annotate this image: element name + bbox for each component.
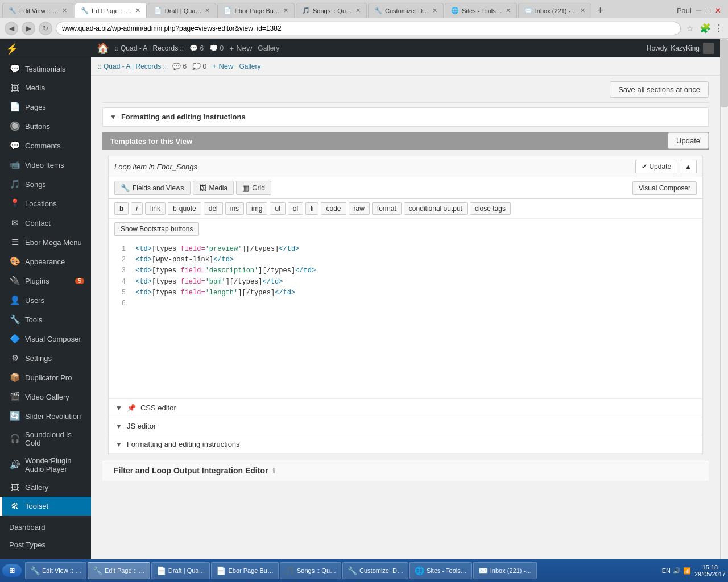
- extensions-icon[interactable]: 🧩: [700, 23, 711, 34]
- filter-info-icon[interactable]: ℹ: [272, 467, 275, 475]
- browser-tab-1[interactable]: 🔧 Edit Page :: … ✕: [75, 3, 147, 18]
- tab-fields-and-views[interactable]: 🔧 Fields and Views: [114, 181, 191, 195]
- formatting-bottom-row[interactable]: ▼ Formatting and editing instructions: [109, 435, 702, 454]
- css-editor-row[interactable]: ▼ 📌 CSS editor: [109, 399, 702, 417]
- sidebar-item-testimonials[interactable]: 💬 Testimonials: [0, 59, 91, 78]
- taskbar-item-6[interactable]: 🌐 Sites - Tools…: [410, 562, 472, 579]
- browser-tab-5[interactable]: 🔧 Customize: D… ✕: [368, 3, 444, 18]
- sidebar-item-tools[interactable]: 🔧 Tools: [0, 310, 91, 329]
- tab-close-3[interactable]: ✕: [283, 7, 288, 14]
- browser-tab-0[interactable]: 🔧 Edit View :: … ✕: [2, 3, 73, 18]
- scroll-thumb[interactable]: [721, 39, 728, 107]
- sidebar-item-duplicator-pro[interactable]: 📦 Duplicator Pro: [0, 368, 91, 387]
- sidebar-item-ebor-mega-menu[interactable]: ☰ Ebor Mega Menu: [0, 232, 91, 252]
- sidebar-item-video-items[interactable]: 📹 Video Items: [0, 155, 91, 174]
- sidebar-item-appearance[interactable]: 🎨 Appearance: [0, 252, 91, 271]
- sidebar-item-visual-composer[interactable]: 🔷 Visual Composer: [0, 329, 91, 348]
- browser-tab-4[interactable]: 🎵 Songs :: Qu… ✕: [296, 3, 367, 18]
- wp-home-icon[interactable]: 🏠: [97, 42, 109, 55]
- close-btn[interactable]: ✕: [715, 6, 721, 15]
- save-all-button[interactable]: Save all sections at once: [610, 81, 709, 98]
- gallery-toolbar-btn[interactable]: Gallery: [258, 44, 279, 52]
- refresh-button[interactable]: ↻: [39, 22, 52, 35]
- tab-media[interactable]: 🖼 Media: [193, 181, 234, 195]
- start-button[interactable]: ⊞: [2, 564, 22, 577]
- sidebar-item-settings[interactable]: ⚙ Settings: [0, 348, 91, 368]
- sidebar-item-video-gallery[interactable]: 🎬 Video Gallery: [0, 387, 91, 406]
- fmt-img-btn[interactable]: img: [246, 202, 267, 215]
- js-editor-row[interactable]: ▼ JS editor: [109, 417, 702, 435]
- fmt-ul-btn[interactable]: ul: [270, 202, 285, 215]
- fmt-bold-btn[interactable]: b: [114, 202, 129, 215]
- gallery-secondary-btn[interactable]: Gallery: [239, 63, 260, 70]
- formatting-header-top[interactable]: ▼ Formatting and editing instructions: [103, 108, 708, 126]
- menu-icon[interactable]: ⋮: [714, 23, 723, 34]
- sidebar-item-users[interactable]: 👤 Users: [0, 290, 91, 310]
- tab-close-5[interactable]: ✕: [432, 7, 437, 14]
- fmt-code-btn[interactable]: code: [321, 202, 346, 215]
- fmt-close-tags-btn[interactable]: close tags: [470, 202, 511, 215]
- sidebar-item-wonderplugin[interactable]: 🔊 WonderPlugin Audio Player: [0, 452, 91, 478]
- fmt-italic-btn[interactable]: i: [131, 202, 143, 215]
- tab-close-6[interactable]: ✕: [506, 7, 511, 14]
- tab-close-7[interactable]: ✕: [580, 7, 585, 14]
- new-secondary-btn[interactable]: + New: [212, 62, 233, 70]
- sidebar-item-post-types[interactable]: Post Types: [0, 536, 91, 554]
- taskbar-item-5[interactable]: 🔧 Customize: D…: [342, 562, 408, 579]
- taskbar-item-0[interactable]: 🔧 Edit View :: …: [25, 562, 86, 579]
- update-template-btn[interactable]: ✔ Update: [635, 160, 677, 173]
- sidebar-item-toolset[interactable]: 🛠 Toolset: [0, 497, 91, 516]
- tab-grid[interactable]: ▦ Grid: [236, 181, 271, 195]
- back-button[interactable]: ◀: [5, 22, 18, 35]
- tab-close-0[interactable]: ✕: [62, 7, 67, 14]
- new-toolbar-btn[interactable]: + New: [229, 44, 252, 53]
- sidebar-item-media[interactable]: 🖼 Media: [0, 78, 91, 97]
- tab-close-4[interactable]: ✕: [355, 7, 361, 14]
- fmt-li-btn[interactable]: li: [305, 202, 318, 215]
- sidebar-item-contact[interactable]: ✉ Contact: [0, 213, 91, 232]
- tab-close-1[interactable]: ✕: [135, 7, 140, 14]
- records-link[interactable]: :: Quad - A | Records ::: [98, 63, 167, 70]
- visual-composer-button[interactable]: Visual Composer: [632, 181, 697, 195]
- taskbar-item-3[interactable]: 📄 Ebor Page Bu…: [211, 562, 279, 579]
- taskbar-item-7[interactable]: ✉️ Inbox (221) -…: [473, 562, 537, 579]
- right-scrollbar[interactable]: [720, 39, 728, 582]
- fmt-del-btn[interactable]: del: [204, 202, 223, 215]
- sidebar-item-slider-revolution[interactable]: 🔄 Slider Revolution: [0, 406, 91, 426]
- browser-tab-7[interactable]: ✉️ Inbox (221) -… ✕: [518, 3, 592, 18]
- browser-tab-3[interactable]: 📄 Ebor Page Bu… ✕: [217, 3, 295, 18]
- sidebar-item-dashboard[interactable]: Dashboard: [0, 518, 91, 536]
- sidebar-item-plugins[interactable]: 🔌 Plugins 5: [0, 271, 91, 290]
- fmt-link-btn[interactable]: link: [145, 202, 166, 215]
- update-button[interactable]: Update: [668, 132, 709, 149]
- sidebar-item-gallery[interactable]: 🖼 Gallery: [0, 478, 91, 497]
- new-tab-button[interactable]: +: [597, 5, 603, 16]
- tab-close-2[interactable]: ✕: [205, 7, 210, 14]
- maximize-btn[interactable]: □: [706, 6, 710, 15]
- fmt-raw-btn[interactable]: raw: [349, 202, 370, 215]
- fmt-format-btn[interactable]: format: [372, 202, 402, 215]
- browser-tab-6[interactable]: 🌐 Sites - Tools… ✕: [445, 3, 517, 18]
- fmt-bquote-btn[interactable]: b-quote: [168, 202, 201, 215]
- fmt-ol-btn[interactable]: ol: [288, 202, 303, 215]
- forward-button[interactable]: ▶: [22, 22, 35, 35]
- taskbar-item-4[interactable]: 🎵 Songs :: Qu…: [280, 562, 341, 579]
- taskbar-item-1[interactable]: 🔧 Edit Page :: …: [88, 562, 150, 579]
- fmt-conditional-output-btn[interactable]: conditional output: [404, 202, 468, 215]
- sidebar-item-songs[interactable]: 🎵 Songs: [0, 174, 91, 194]
- minimize-btn[interactable]: ─: [696, 6, 701, 15]
- browser-tab-2[interactable]: 📄 Draft | Qua… ✕: [148, 3, 217, 18]
- fmt-ins-btn[interactable]: ins: [225, 202, 244, 215]
- bookmark-icon[interactable]: ☆: [686, 24, 694, 33]
- sidebar-item-comments[interactable]: 💬 Comments: [0, 136, 91, 155]
- sidebar-item-buttons[interactable]: 🔘 Buttons: [0, 117, 91, 136]
- sidebar-item-soundcloud[interactable]: 🎧 Soundcloud is Gold: [0, 426, 91, 452]
- comments-toolbar-icon[interactable]: 💬 6: [189, 44, 204, 52]
- show-bootstrap-button[interactable]: Show Bootstrap buttons: [114, 222, 199, 236]
- taskbar-item-2[interactable]: 📄 Draft | Qua…: [151, 562, 210, 579]
- code-editor[interactable]: 1 <td>[types field='preview'][/types]</t…: [109, 239, 702, 398]
- url-input[interactable]: [56, 22, 681, 35]
- arrow-template-btn[interactable]: ▲: [680, 160, 697, 173]
- notifications-toolbar[interactable]: 💭 0: [209, 44, 224, 52]
- sidebar-item-pages[interactable]: 📄 Pages: [0, 97, 91, 117]
